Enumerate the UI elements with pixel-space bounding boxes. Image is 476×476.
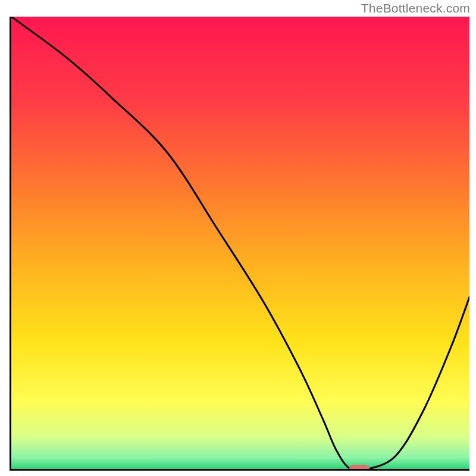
plot-area (10, 17, 469, 471)
chart-stage: TheBottleneck.com (0, 0, 476, 476)
optimal-point-marker (349, 465, 369, 471)
gradient-background (11, 17, 469, 469)
source-watermark: TheBottleneck.com (361, 1, 470, 15)
plot-svg (11, 17, 469, 469)
